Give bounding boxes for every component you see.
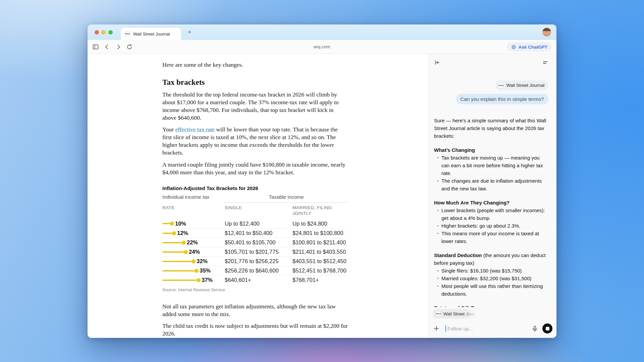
assistant-intro: Sure — here’s a simple summary of what t… (434, 117, 548, 140)
rate-label: 37% (202, 277, 213, 283)
reload-icon[interactable] (126, 44, 133, 50)
text: Your (162, 126, 175, 133)
article-pane: Here are some of the key changes. Tax br… (88, 54, 429, 338)
section-whats-changing: What’s Changing Tax brackets are moving … (434, 146, 548, 192)
tax-brackets-chart: Inflation-Adjusted Tax Brackets for 2026… (162, 185, 348, 293)
section-heading: How Much Are They Changing? (434, 200, 509, 205)
rate-label: 35% (200, 267, 211, 274)
tab-title: Wall Street Journal (133, 32, 170, 37)
bullet-dot-icon (437, 157, 438, 158)
forward-icon[interactable] (115, 44, 122, 50)
paragraph-effective-rate: Your effective tax rate will be lower th… (162, 126, 348, 157)
table-row: 37% $640,601+ $768,701+ (162, 275, 348, 285)
openai-logo-icon (511, 45, 516, 50)
chart-source: Source: Internal Revenue Service (162, 287, 348, 293)
new-tab-button[interactable]: + (185, 28, 194, 36)
browser-window: WSJ Wall Street Journal + wsj.com Ask Ch… (88, 24, 556, 338)
married-range: Up to $24,800 (292, 221, 348, 227)
plus-icon[interactable] (433, 325, 440, 332)
stop-icon (546, 327, 549, 330)
single-range: Up to $12,400 (225, 221, 292, 227)
paragraph-not-all: Not all tax parameters get inflation adj… (162, 303, 348, 318)
married-range: $100,801 to $211,400 (292, 239, 348, 246)
single-range: $256,226 to $640,600 (225, 267, 292, 274)
context-chip-wsj[interactable]: WSJ Wall Street Journal (433, 309, 479, 318)
married-range: $24,801 to $100,800 (292, 230, 348, 236)
rate-bar (162, 241, 184, 245)
tab-wall-street-journal[interactable]: WSJ Wall Street Journal (121, 28, 181, 40)
single-range: $12,401 to $50,400 (225, 230, 292, 236)
back-icon[interactable] (104, 44, 110, 50)
stop-voice-button[interactable] (542, 323, 552, 334)
married-range: $403,551 to $512,450 (292, 258, 348, 264)
single-range: $201,776 to $256,225 (225, 258, 292, 264)
bullet-item: Lower brackets (people with smaller inco… (434, 206, 548, 222)
bullet-dot-icon (437, 286, 438, 287)
rate-bar (162, 259, 194, 263)
bullet-item: This means more of your income is taxed … (434, 230, 548, 245)
assistant-message: Sure — here’s a simple summary of what t… (434, 117, 548, 327)
address-bar-url[interactable]: wsj.com (88, 44, 556, 49)
effective-tax-rate-link[interactable]: effective tax rate (175, 126, 215, 133)
section-heading: What’s Changing (434, 147, 475, 153)
table-row: 12% $12,401 to $50,400 $24,801 to $100,8… (162, 228, 348, 238)
wsj-favicon-icon: WSJ (436, 311, 441, 316)
input-placeholder: Follow up... (447, 326, 473, 331)
zoom-window-button[interactable] (108, 30, 113, 35)
profile-avatar[interactable] (542, 28, 551, 37)
column-header-married: MARRIED, FILING JOINTLY (292, 205, 348, 216)
ask-chatgpt-label: Ask ChatGPT (519, 45, 547, 50)
browser-toolbar: wsj.com Ask ChatGPT (88, 40, 556, 54)
married-range: $211,401 to $403,550 (292, 249, 348, 255)
single-range: $105,701 to $201,775 (225, 249, 292, 255)
rate-bar (162, 222, 172, 226)
bullet-dot-icon (437, 270, 438, 271)
rate-label: 12% (177, 230, 188, 236)
text-cursor (445, 325, 446, 332)
ask-chatgpt-button[interactable]: Ask ChatGPT (507, 42, 552, 52)
bullet-item: The changes are due to inflation adjustm… (434, 177, 548, 192)
rate-label: 22% (187, 239, 198, 246)
followup-input[interactable]: Follow up... (433, 322, 552, 335)
chat-menu-icon[interactable] (542, 59, 548, 66)
table-row: 22% $50,401 to $105,700 $100,801 to $211… (162, 238, 348, 247)
bullet-item: Single filers: $16,100 (was $15,750) (434, 267, 548, 275)
married-range: $768,701+ (292, 277, 348, 283)
chat-messages[interactable]: WSJ Wall Street Journal Can you explain … (429, 54, 556, 338)
chatgpt-sidebar: WSJ Wall Street Journal Can you explain … (429, 54, 556, 338)
bullet-dot-icon (437, 225, 438, 226)
column-header-single: SINGLE (225, 205, 292, 216)
sidebar-toggle-icon[interactable] (92, 44, 99, 50)
heading-tax-brackets: Tax brackets (162, 78, 348, 87)
section-heading: Standard Deduction (434, 252, 482, 258)
collapse-sidebar-icon[interactable] (434, 59, 440, 66)
single-range: $50,401 to $105,700 (225, 239, 292, 246)
microphone-icon[interactable] (531, 325, 538, 332)
rate-bar (162, 269, 197, 273)
single-range: $640,601+ (225, 277, 292, 283)
rate-label: 24% (189, 249, 200, 255)
bullet-dot-icon (437, 210, 438, 211)
source-chip-label: Wall Street Journal (506, 83, 544, 88)
section-how-much: How Much Are They Changing? Lower bracke… (434, 199, 548, 245)
table-row: 35% $256,226 to $640,600 $512,451 to $76… (162, 266, 348, 275)
paragraph-threshold: The threshold for the top federal income… (162, 91, 348, 122)
minimize-window-button[interactable] (101, 30, 106, 35)
table-row: 32% $201,776 to $256,225 $403,551 to $51… (162, 256, 348, 266)
rate-bar (162, 231, 174, 235)
chip-fade (463, 309, 479, 318)
bullet-item: Higher brackets: go up about 2.3%. (434, 222, 548, 230)
rate-bar (162, 250, 186, 254)
user-message-bubble: Can you explain this in simple terms? (456, 94, 548, 104)
table-row: 24% $105,701 to $201,775 $211,401 to $40… (162, 247, 348, 256)
close-window-button[interactable] (95, 30, 99, 35)
source-chip-wsj[interactable]: WSJ Wall Street Journal (495, 80, 548, 90)
wsj-favicon-icon: WSJ (125, 31, 130, 37)
bullet-dot-icon (437, 233, 438, 234)
rate-label: 32% (197, 258, 208, 264)
wsj-favicon-icon: WSJ (498, 83, 503, 88)
chart-title: Inflation-Adjusted Tax Brackets for 2026 (162, 185, 348, 191)
bullet-item: Tax brackets are moving up — meaning you… (434, 154, 548, 177)
rate-label: 10% (175, 221, 186, 227)
article-intro: Here are some of the key changes. (162, 61, 348, 69)
